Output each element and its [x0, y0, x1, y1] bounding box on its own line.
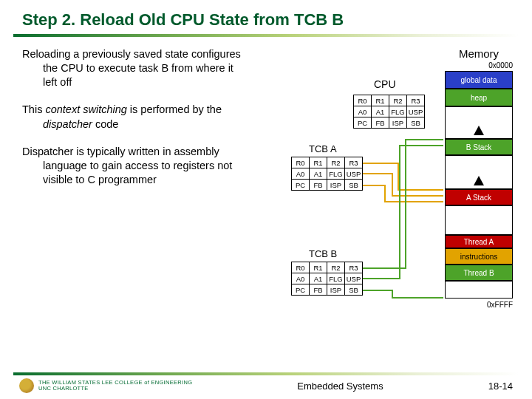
content-area: Reloading a previously saved state confi… [0, 37, 532, 358]
seg-instructions: instructions [446, 248, 512, 265]
wire [362, 163, 399, 164]
wire [392, 173, 393, 195]
seg-gap [446, 106, 512, 139]
footer-logo: THE WILLIAM STATES LEE COLLEGE of ENGINE… [19, 378, 192, 393]
wire [362, 290, 393, 291]
logo-line2: UNC CHARLOTTE [38, 386, 192, 392]
wire [362, 278, 400, 279]
cpu-label: CPU [374, 78, 396, 90]
seg-thread-a: Thread A [446, 235, 512, 248]
footer-center: Embedded Systems [297, 381, 383, 392]
tcbb-label: TCB B [309, 248, 337, 259]
wire [392, 297, 443, 299]
memory-column: Memory 0x0000 global data heap B Stack A… [445, 47, 513, 309]
seg-thread-b: Thread B [446, 265, 512, 281]
memory-block: global data heap B Stack A Stack Thread … [445, 71, 513, 299]
diagram-area: CPU R0R1R2R3 A0A1FLGUSP PCFBISPSB TCB A … [257, 47, 519, 358]
wire [405, 139, 406, 269]
wire [384, 185, 386, 201]
memory-title: Memory [445, 47, 513, 60]
memory-addr-top: 0x0000 [445, 61, 513, 69]
wire [384, 201, 443, 202]
tcba-label: TCB A [309, 143, 337, 154]
para-3: Dispatcher is typically written in assem… [22, 145, 250, 187]
wire [362, 173, 393, 174]
cpu-registers: R0R1R2R3 A0A1FLGUSP PCFBISPSB [353, 95, 425, 129]
seg-gap [446, 281, 512, 299]
footer-page: 18-14 [488, 381, 513, 392]
text-column: Reloading a previously saved state confi… [22, 47, 250, 358]
tcba-registers: R0R1R2R3 A0A1FLGUSP PCFBISPSB [291, 157, 363, 191]
seg-gap [446, 155, 512, 189]
wire [405, 139, 443, 140]
tcbb-registers: R0R1R2R3 A0A1FLGUSP PCFBISPSB [291, 262, 363, 296]
para-1: Reloading a previously saved state confi… [22, 47, 250, 89]
para-2: This context switching is performed by t… [22, 103, 250, 131]
footer: THE WILLIAM STATES LEE COLLEGE of ENGINE… [0, 378, 532, 393]
seg-heap: heap [446, 89, 512, 106]
seg-a-stack: A Stack [446, 189, 512, 205]
arrow-up-icon [474, 176, 484, 185]
slide-title: Step 2. Reload Old CPU State from TCB B [0, 0, 532, 33]
logo-mark-icon [19, 378, 34, 393]
wire [362, 185, 386, 186]
arrow-up-icon [474, 126, 484, 135]
seg-gap [446, 205, 512, 235]
seg-global-data: global data [446, 71, 512, 89]
wire [399, 145, 443, 146]
memory-addr-bot: 0xFFFF [445, 301, 513, 309]
seg-b-stack: B Stack [446, 139, 512, 155]
footer-rule [13, 372, 519, 375]
wire [392, 290, 393, 297]
wire [399, 145, 400, 279]
